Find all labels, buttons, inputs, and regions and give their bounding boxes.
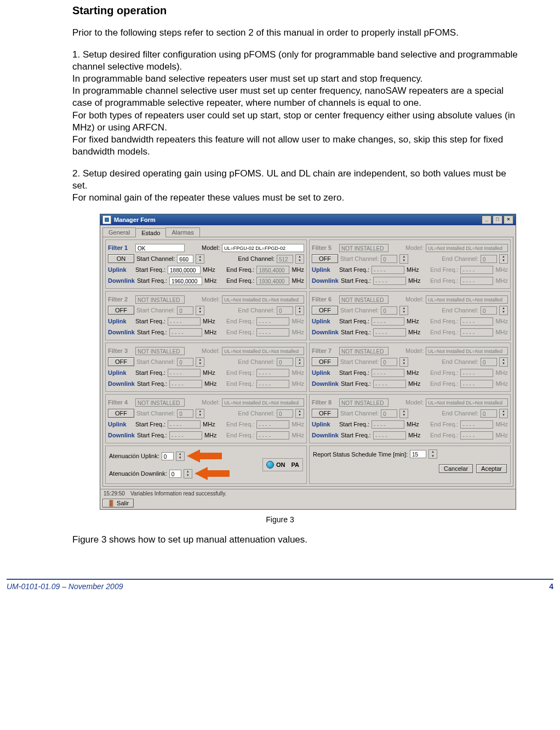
- end-channel-spinner: ▲▼: [295, 306, 304, 315]
- app-icon: [102, 215, 111, 224]
- dl-end-freq-value: - - - -: [460, 328, 493, 337]
- downlink-label: Downlink: [312, 432, 339, 438]
- mhz-unit: MHz: [204, 432, 217, 438]
- manager-form-window: Manager Form _ □ × General Estado Alarma…: [100, 214, 516, 510]
- mhz-unit: MHz: [407, 369, 419, 376]
- onoff-button[interactable]: OFF: [312, 357, 338, 366]
- onoff-button[interactable]: OFF: [312, 306, 338, 315]
- ul-end-freq-label: End Freq.:: [430, 421, 458, 427]
- start-channel-value: 0: [177, 409, 193, 418]
- ul-end-freq-label: End Freq.:: [430, 266, 458, 273]
- footer-pagenum: 4: [549, 582, 553, 591]
- accept-button[interactable]: Aceptar: [476, 464, 507, 473]
- onoff-button[interactable]: ON: [108, 254, 134, 263]
- filter-name: Filter 1: [108, 244, 133, 251]
- end-channel-value: 0: [277, 409, 293, 418]
- exit-button[interactable]: 🚪 Salir: [102, 499, 134, 507]
- att-uplink-label: Atenuación Uplink:: [109, 453, 159, 459]
- mhz-unit: MHz: [203, 318, 215, 324]
- mhz-unit: MHz: [495, 380, 508, 387]
- end-channel-label: End Channel:: [238, 255, 275, 262]
- end-channel-label: End Channel:: [238, 410, 275, 417]
- filter-box-1: Filter 1OKModel:UL=FPGU-02 DL=FPGD-02ONS…: [105, 239, 307, 289]
- step1-e: For fixed bandwidth repeaters this featu…: [72, 134, 522, 158]
- mhz-unit: MHz: [408, 380, 421, 387]
- arrow-indicator-ul: [187, 449, 222, 463]
- start-channel-spinner[interactable]: ▲▼: [196, 254, 204, 264]
- tab-estado[interactable]: Estado: [135, 228, 166, 237]
- ul-end-freq-value: - - - -: [256, 369, 289, 377]
- ul-end-freq-value: - - - -: [460, 369, 493, 377]
- ul-end-freq-label: End Freq.:: [430, 369, 458, 376]
- att-downlink-value[interactable]: 0: [169, 470, 181, 478]
- filter-status: OK: [135, 244, 185, 252]
- dl-end-freq-value: - - - -: [256, 380, 289, 388]
- mhz-unit: MHz: [495, 421, 508, 427]
- onoff-button[interactable]: OFF: [312, 409, 338, 418]
- close-button[interactable]: ×: [504, 215, 513, 224]
- end-channel-label: End Channel:: [238, 307, 275, 313]
- cancel-button[interactable]: Cancelar: [439, 464, 473, 473]
- filter-status: NOT INSTALLED: [339, 295, 388, 304]
- onoff-button[interactable]: OFF: [108, 306, 134, 315]
- status-message: Variables Information read successfully.: [130, 491, 226, 497]
- ul-end-freq-value: - - - -: [460, 266, 493, 274]
- tab-alarmas[interactable]: Alarmas: [165, 227, 199, 237]
- dl-end-freq-label: End Freq.:: [430, 277, 458, 284]
- minimize-button[interactable]: _: [482, 215, 492, 224]
- mhz-unit: MHz: [292, 266, 304, 273]
- filter-name: Filter 4: [108, 399, 133, 406]
- filter-box-8: Filter 8NOT INSTALLEDModel:UL=Not Instal…: [309, 394, 511, 443]
- att-downlink-spinner[interactable]: ▲▼: [184, 469, 192, 478]
- start-channel-value[interactable]: 660: [177, 255, 193, 263]
- onoff-button[interactable]: OFF: [108, 357, 134, 366]
- start-channel-spinner: ▲▼: [196, 306, 204, 315]
- filter-status: NOT INSTALLED: [135, 347, 185, 355]
- maximize-button[interactable]: □: [493, 215, 502, 224]
- onoff-button[interactable]: OFF: [312, 254, 338, 263]
- end-channel-value: 0: [481, 358, 497, 366]
- step1-c: In programmable channel selective user m…: [72, 85, 522, 109]
- model-value: UL=Not Installed DL=Not Installed: [426, 244, 508, 252]
- mhz-unit: MHz: [407, 318, 419, 324]
- onoff-button[interactable]: OFF: [108, 409, 134, 418]
- start-channel-label: Start Channel:: [340, 358, 379, 365]
- dl-end-freq-label: End Freq.:: [226, 432, 254, 438]
- mhz-unit: MHz: [292, 432, 304, 438]
- uplink-label: Uplink: [108, 266, 133, 273]
- page-footer: UM-0101-01.09 – November 2009 4: [7, 579, 553, 593]
- downlink-label: Downlink: [108, 432, 135, 438]
- ul-start-freq-value[interactable]: 1880,0000: [168, 266, 201, 274]
- uplink-label: Uplink: [108, 318, 133, 324]
- dl-start-freq-value: - - - -: [169, 328, 202, 337]
- filter-name: Filter 2: [108, 296, 133, 303]
- tab-general[interactable]: General: [102, 227, 136, 237]
- dl-start-freq-value: - - - -: [169, 380, 202, 388]
- dl-end-freq-label: End Freq.:: [226, 329, 254, 335]
- tab-content: Filter 1OKModel:UL=FPGU-02 DL=FPGD-02ONS…: [102, 237, 513, 487]
- figure-caption: Figure 3: [33, 515, 527, 524]
- mhz-unit: MHz: [204, 277, 217, 284]
- filter-status: NOT INSTALLED: [339, 347, 388, 355]
- tab-strip: General Estado Alarmas: [100, 225, 516, 237]
- att-uplink-spinner[interactable]: ▲▼: [176, 452, 185, 461]
- dl-start-freq-value: - - - -: [373, 380, 406, 388]
- report-spinner[interactable]: ▲▼: [428, 449, 437, 459]
- step1-b: In programmable band selective repeaters…: [72, 73, 522, 85]
- step1-a: 1. Setup desired filter configuration us…: [72, 49, 522, 73]
- ul-start-freq-value: - - - -: [372, 266, 404, 274]
- ul-start-freq-label: Start Freq.:: [135, 369, 165, 376]
- mhz-unit: MHz: [408, 329, 421, 335]
- dl-start-freq-value[interactable]: 1960,0000: [169, 277, 202, 285]
- ul-end-freq-label: End Freq.:: [226, 369, 254, 376]
- att-uplink-value[interactable]: 0: [162, 452, 174, 460]
- mhz-unit: MHz: [292, 318, 304, 324]
- mhz-unit: MHz: [495, 318, 508, 324]
- end-channel-value: 512: [277, 255, 293, 263]
- start-channel-value: 0: [381, 255, 397, 263]
- report-value[interactable]: 15: [410, 450, 426, 458]
- model-label: Model:: [202, 399, 220, 406]
- uplink-label: Uplink: [312, 266, 337, 273]
- end-channel-value: 0: [481, 306, 497, 315]
- model-label: Model:: [202, 347, 220, 354]
